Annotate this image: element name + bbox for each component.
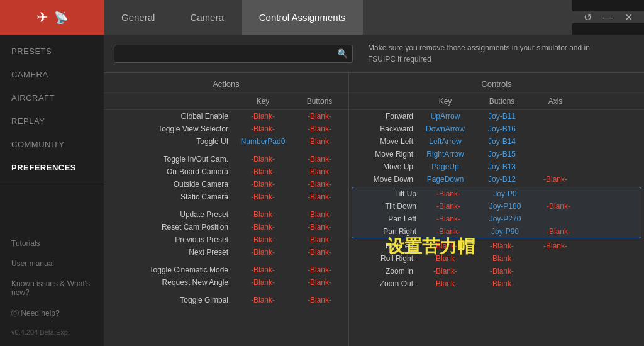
app-logo: ✈ 📡: [0, 0, 104, 35]
col-action-label: [109, 97, 235, 106]
table-row[interactable]: Pan Right -Blank- Joy-P90 -Blank-: [352, 225, 641, 238]
controls-panel: Controls Key Buttons Axis Forward UpArro…: [349, 73, 644, 346]
action-key: -Blank-: [235, 265, 291, 274]
ctrl-key: UpArrow: [417, 112, 474, 121]
drone-icon: ✈: [36, 9, 48, 26]
sidebar-divider: [0, 182, 104, 182]
table-row[interactable]: Move Down PageDown Joy-B12 -Blank-: [349, 173, 644, 186]
ctrl-name: Move Up: [354, 162, 417, 171]
search-icon: 🔍: [337, 48, 348, 59]
ctrl-btn: Joy-B15: [474, 150, 530, 159]
table-row[interactable]: Toggle In/Out Cam. -Blank- -Blank-: [104, 153, 348, 165]
table-row[interactable]: Next Preset -Blank- -Blank-: [104, 246, 348, 259]
ctrl-key: -Blank-: [420, 202, 477, 211]
action-btn: -Blank-: [291, 155, 348, 164]
ctrl-key: PageDown: [417, 175, 474, 184]
table-row[interactable]: Zoom Out -Blank- -Blank-: [349, 277, 644, 290]
sidebar-item-presets[interactable]: PRESETS: [0, 40, 104, 63]
table-row[interactable]: Toggle Cinematic Mode -Blank- -Blank-: [104, 264, 348, 276]
row-spacer: [104, 203, 348, 208]
tab-camera[interactable]: Camera: [172, 0, 241, 35]
action-name: Request New Angle: [109, 278, 235, 287]
ctrl-col-axis: Axis: [530, 97, 580, 106]
sidebar-link-help[interactable]: ⓪ Need help?: [0, 303, 104, 325]
minimize-button[interactable]: —: [603, 12, 613, 23]
action-btn: -Blank-: [291, 223, 348, 232]
row-spacer: [104, 289, 348, 294]
action-key: -Blank-: [235, 180, 291, 189]
table-row[interactable]: Roll Right -Blank- -Blank- 设置苦力帽: [349, 252, 644, 265]
action-btn: -Blank-: [291, 125, 348, 133]
search-input[interactable]: [114, 45, 353, 63]
action-btn: -Blank-: [291, 265, 348, 274]
col-btn-label: Buttons: [291, 97, 348, 106]
action-key: -Blank-: [235, 125, 291, 133]
table-row[interactable]: Reset Cam Position -Blank- -Blank-: [104, 221, 348, 233]
action-btn: -Blank-: [291, 167, 348, 176]
controls-col-headers: Key Buttons Axis: [349, 93, 644, 110]
table-row[interactable]: Backward DownArrow Joy-B16: [349, 123, 644, 135]
sidebar-link-manual[interactable]: User manual: [0, 254, 104, 274]
close-button[interactable]: ✕: [625, 11, 633, 23]
action-key: -Blank-: [235, 210, 291, 219]
table-row[interactable]: Forward UpArrow Joy-B11: [349, 110, 644, 123]
action-name: Toggle UI: [109, 137, 235, 146]
action-btn: -Blank-: [291, 235, 348, 244]
ctrl-btn: Joy-B12: [474, 175, 530, 184]
action-name: Toggle View Selector: [109, 125, 235, 133]
action-name: Outside Camera: [109, 180, 235, 189]
ctrl-btn: Joy-P180: [477, 202, 533, 211]
sidebar-item-aircraft[interactable]: AIRCRAFT: [0, 86, 104, 109]
row-spacer: [104, 259, 348, 264]
ctrl-axis: -Blank-: [530, 175, 580, 184]
action-key: -Blank-: [235, 248, 291, 257]
table-row[interactable]: Tilt Up -Blank- Joy-P0: [352, 187, 641, 200]
table-row[interactable]: Previous Preset -Blank- -Blank-: [104, 233, 348, 246]
ctrl-name: Zoom In: [354, 267, 417, 276]
tab-control-assignments[interactable]: Control Assignments: [242, 0, 364, 35]
table-row[interactable]: Static Camera -Blank- -Blank-: [104, 191, 348, 203]
action-btn: -Blank-: [291, 180, 348, 189]
table-row[interactable]: Pan Left -Blank- Joy-P270: [352, 213, 641, 225]
table-row[interactable]: Tilt Down -Blank- Joy-P180 -Blank-: [352, 200, 641, 213]
table-row[interactable]: Update Preset -Blank- -Blank-: [104, 208, 348, 221]
table-row[interactable]: Outside Camera -Blank- -Blank-: [104, 178, 348, 191]
right-panel: 🔍 Make sure you remove those assignments…: [104, 35, 644, 346]
ctrl-name: Move Down: [354, 175, 417, 184]
tab-general[interactable]: General: [104, 0, 172, 35]
table-row[interactable]: Request New Angle -Blank- -Blank-: [104, 276, 348, 289]
sidebar-item-preferences[interactable]: PREFERENCES: [0, 156, 104, 179]
action-name: On-Board Camera: [109, 167, 235, 176]
table-row[interactable]: Global Enable -Blank- -Blank-: [104, 110, 348, 123]
ctrl-btn: -Blank-: [474, 267, 530, 276]
sidebar-link-tutorials[interactable]: Tutorials: [0, 233, 104, 254]
ctrl-col-key: Key: [417, 97, 474, 106]
sidebar-item-replay[interactable]: REPLAY: [0, 109, 104, 133]
table-row[interactable]: Toggle Gimbal -Blank- -Blank-: [104, 294, 348, 306]
sidebar-item-camera[interactable]: CAMERA: [0, 63, 104, 86]
table-row[interactable]: On-Board Camera -Blank- -Blank-: [104, 165, 348, 178]
ctrl-col-btn: Buttons: [474, 97, 530, 106]
table-row[interactable]: Move Left LeftArrow Joy-B14: [349, 135, 644, 148]
table-row[interactable]: Move Up PageUp Joy-B13: [349, 160, 644, 173]
table-row[interactable]: Roll Left -Blank- -Blank- -Blank-: [349, 240, 644, 252]
action-key: -Blank-: [235, 296, 291, 304]
ctrl-axis: -Blank-: [530, 242, 580, 250]
ctrl-btn: -Blank-: [474, 254, 530, 263]
ctrl-btn: Joy-P90: [477, 227, 533, 236]
table-row[interactable]: Toggle UI NumberPad0 -Blank-: [104, 135, 348, 148]
actions-panel: Actions Key Buttons Global Enable -Blank…: [104, 73, 349, 346]
table-row[interactable]: Zoom In -Blank- -Blank-: [349, 265, 644, 277]
col-key-label: Key: [235, 97, 291, 106]
sidebar-link-known-issues[interactable]: Known issues & What's new?: [0, 274, 104, 303]
table-row[interactable]: Move Right RightArrow Joy-B15: [349, 148, 644, 160]
ctrl-name: Tilt Up: [357, 189, 420, 198]
ctrl-key: -Blank-: [417, 242, 474, 250]
window-controls: ↺ — ✕: [572, 11, 644, 23]
action-key: -Blank-: [235, 112, 291, 121]
reload-button[interactable]: ↺: [584, 11, 592, 23]
table-row[interactable]: Toggle View Selector -Blank- -Blank-: [104, 123, 348, 135]
sidebar-item-community[interactable]: COMMUNITY: [0, 133, 104, 156]
wifi-icon: 📡: [54, 11, 68, 25]
controls-header: Controls: [349, 73, 644, 93]
